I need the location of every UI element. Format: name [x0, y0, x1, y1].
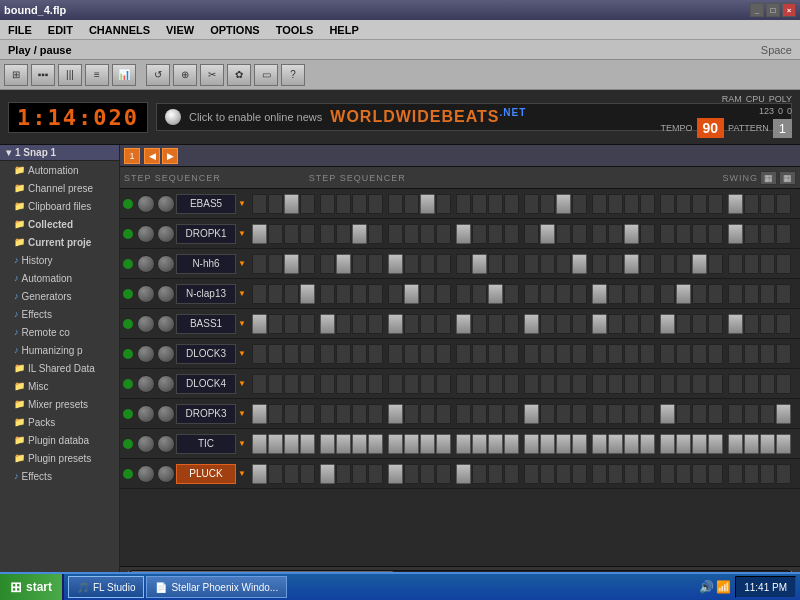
step-btn-22-1[interactable]: [624, 224, 639, 244]
step-btn-16-0[interactable]: [524, 194, 539, 214]
step-btn-2-2[interactable]: [284, 254, 299, 274]
step-btn-31-4[interactable]: [776, 314, 791, 334]
step-btn-31-9[interactable]: [776, 464, 791, 484]
step-btn-26-8[interactable]: [692, 434, 707, 454]
step-btn-7-7[interactable]: [368, 404, 383, 424]
step-btn-5-2[interactable]: [336, 254, 351, 274]
step-btn-5-5[interactable]: [336, 344, 351, 364]
step-btn-30-7[interactable]: [760, 404, 775, 424]
step-btn-15-7[interactable]: [504, 404, 519, 424]
step-btn-22-3[interactable]: [624, 284, 639, 304]
step-btn-7-9[interactable]: [368, 464, 383, 484]
step-btn-19-9[interactable]: [572, 464, 587, 484]
step-btn-29-3[interactable]: [744, 284, 759, 304]
step-btn-5-0[interactable]: [336, 194, 351, 214]
step-btn-9-3[interactable]: [404, 284, 419, 304]
step-btn-19-4[interactable]: [572, 314, 587, 334]
channel-knob-1-8[interactable]: [157, 435, 175, 453]
step-btn-26-4[interactable]: [692, 314, 707, 334]
channel-name-1[interactable]: DROPK1: [176, 224, 236, 244]
step-btn-3-2[interactable]: [300, 254, 315, 274]
seq-ctrl-1[interactable]: ▦: [760, 171, 777, 185]
step-btn-29-0[interactable]: [744, 194, 759, 214]
step-btn-20-2[interactable]: [592, 254, 607, 274]
step-btn-16-9[interactable]: [524, 464, 539, 484]
channel-arrow-3[interactable]: ▼: [238, 289, 246, 298]
step-btn-20-4[interactable]: [592, 314, 607, 334]
toolbar-btn-5[interactable]: ↺: [146, 64, 170, 86]
step-btn-22-5[interactable]: [624, 344, 639, 364]
step-btn-22-4[interactable]: [624, 314, 639, 334]
step-btn-16-7[interactable]: [524, 404, 539, 424]
step-btn-4-8[interactable]: [320, 434, 335, 454]
step-btn-17-7[interactable]: [540, 404, 555, 424]
step-btn-1-6[interactable]: [268, 374, 283, 394]
step-btn-11-1[interactable]: [436, 224, 451, 244]
step-btn-30-4[interactable]: [760, 314, 775, 334]
step-btn-30-1[interactable]: [760, 224, 775, 244]
step-btn-24-4[interactable]: [660, 314, 675, 334]
step-btn-14-7[interactable]: [488, 404, 503, 424]
step-btn-30-3[interactable]: [760, 284, 775, 304]
step-btn-16-1[interactable]: [524, 224, 539, 244]
step-btn-11-8[interactable]: [436, 434, 451, 454]
step-btn-4-7[interactable]: [320, 404, 335, 424]
sidebar-item-plugin-presets[interactable]: 📁Plugin presets: [0, 449, 119, 467]
step-btn-13-7[interactable]: [472, 404, 487, 424]
step-btn-12-2[interactable]: [456, 254, 471, 274]
step-btn-13-3[interactable]: [472, 284, 487, 304]
step-btn-6-3[interactable]: [352, 284, 367, 304]
step-btn-1-5[interactable]: [268, 344, 283, 364]
channel-knob-0-6[interactable]: [137, 375, 155, 393]
step-btn-9-1[interactable]: [404, 224, 419, 244]
step-btn-0-5[interactable]: [252, 344, 267, 364]
step-btn-8-7[interactable]: [388, 404, 403, 424]
channel-name-2[interactable]: N-hh6: [176, 254, 236, 274]
step-btn-15-5[interactable]: [504, 344, 519, 364]
sidebar-item-packs[interactable]: 📁Packs: [0, 413, 119, 431]
step-btn-10-8[interactable]: [420, 434, 435, 454]
step-btn-26-6[interactable]: [692, 374, 707, 394]
channel-knob-1-3[interactable]: [157, 285, 175, 303]
step-btn-0-0[interactable]: [252, 194, 267, 214]
step-btn-20-3[interactable]: [592, 284, 607, 304]
channel-knob-0-0[interactable]: [137, 195, 155, 213]
step-btn-27-1[interactable]: [708, 224, 723, 244]
step-btn-22-9[interactable]: [624, 464, 639, 484]
step-btn-20-6[interactable]: [592, 374, 607, 394]
step-btn-6-8[interactable]: [352, 434, 367, 454]
step-btn-5-6[interactable]: [336, 374, 351, 394]
step-btn-19-1[interactable]: [572, 224, 587, 244]
step-btn-11-2[interactable]: [436, 254, 451, 274]
step-btn-12-5[interactable]: [456, 344, 471, 364]
step-btn-6-2[interactable]: [352, 254, 367, 274]
sidebar-item-collected[interactable]: 📁Collected: [0, 215, 119, 233]
step-btn-23-4[interactable]: [640, 314, 655, 334]
snap-right-btn[interactable]: ▶: [162, 148, 178, 164]
step-btn-2-9[interactable]: [284, 464, 299, 484]
step-btn-4-5[interactable]: [320, 344, 335, 364]
step-btn-10-4[interactable]: [420, 314, 435, 334]
channel-led-0[interactable]: [123, 199, 133, 209]
step-btn-8-6[interactable]: [388, 374, 403, 394]
channel-arrow-9[interactable]: ▼: [238, 469, 246, 478]
step-btn-19-3[interactable]: [572, 284, 587, 304]
step-btn-29-1[interactable]: [744, 224, 759, 244]
step-btn-6-6[interactable]: [352, 374, 367, 394]
step-btn-26-1[interactable]: [692, 224, 707, 244]
step-btn-13-8[interactable]: [472, 434, 487, 454]
step-btn-20-8[interactable]: [592, 434, 607, 454]
step-btn-18-0[interactable]: [556, 194, 571, 214]
step-btn-15-9[interactable]: [504, 464, 519, 484]
step-btn-2-0[interactable]: [284, 194, 299, 214]
step-btn-31-3[interactable]: [776, 284, 791, 304]
step-btn-3-8[interactable]: [300, 434, 315, 454]
step-btn-17-5[interactable]: [540, 344, 555, 364]
menu-item-edit[interactable]: EDIT: [44, 24, 77, 36]
step-btn-13-1[interactable]: [472, 224, 487, 244]
step-btn-20-5[interactable]: [592, 344, 607, 364]
step-btn-11-6[interactable]: [436, 374, 451, 394]
step-btn-22-7[interactable]: [624, 404, 639, 424]
step-btn-22-6[interactable]: [624, 374, 639, 394]
step-btn-12-6[interactable]: [456, 374, 471, 394]
